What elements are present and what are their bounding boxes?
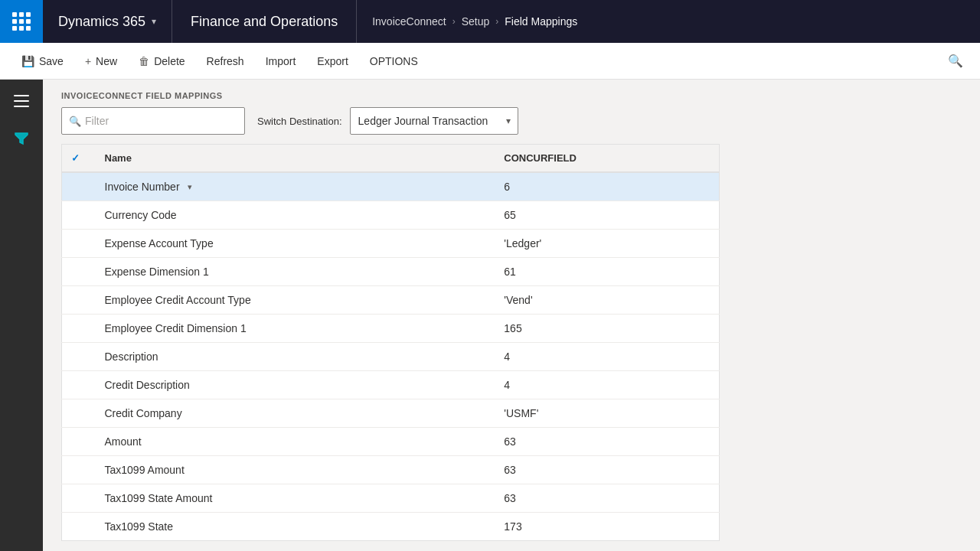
sidebar: [0, 80, 43, 551]
refresh-label: Refresh: [207, 55, 244, 67]
toolbar: 💾 Save + New 🗑 Delete Refresh Import Exp…: [0, 43, 980, 80]
row-check-cell: [62, 343, 93, 371]
search-button[interactable]: 🔍: [943, 49, 968, 73]
save-button[interactable]: 💾 Save: [12, 51, 73, 72]
row-check-cell: [62, 428, 93, 456]
row-expand-chevron-icon[interactable]: ▾: [188, 182, 192, 192]
breadcrumb: InvoiceConnect › Setup › Field Mappings: [357, 15, 593, 28]
filter-panel-button[interactable]: [6, 122, 37, 153]
filter-search-icon: 🔍: [69, 116, 81, 127]
table-row[interactable]: Credit Description4: [62, 371, 720, 399]
new-icon: +: [85, 55, 91, 67]
module-label: Finance and Operations: [172, 0, 357, 43]
row-concurfield-cell: 65: [492, 201, 719, 230]
delete-button[interactable]: 🗑 Delete: [129, 51, 194, 72]
table-row[interactable]: Currency Code65: [62, 201, 720, 230]
new-label: New: [96, 55, 117, 67]
table-row[interactable]: Tax1099 State Amount63: [62, 484, 720, 513]
row-check-cell: [62, 513, 93, 541]
d365-nav[interactable]: Dynamics 365 ▾: [43, 0, 172, 43]
row-name-cell: Expense Account Type: [93, 230, 492, 258]
table-row[interactable]: Employee Credit Account Type'Vend': [62, 286, 720, 315]
table-row[interactable]: Tax1099 Amount63: [62, 456, 720, 484]
row-name-text: Tax1099 State: [105, 520, 174, 533]
import-button[interactable]: Import: [256, 51, 305, 72]
row-name-text: Amount: [105, 435, 142, 448]
options-button[interactable]: OPTIONS: [361, 51, 427, 72]
row-name-text: Invoice Number: [105, 181, 180, 193]
table-row[interactable]: Amount63: [62, 428, 720, 456]
hamburger-button[interactable]: [6, 86, 37, 116]
switch-destination-wrap: Ledger Journal Transaction Vendor Invoic…: [350, 107, 518, 135]
table-header-row: ✓ Name CONCURFIELD: [62, 145, 720, 173]
filter-input[interactable]: [61, 107, 245, 135]
row-concurfield-cell: 63: [492, 484, 719, 513]
col-check: ✓: [62, 145, 93, 173]
table-row[interactable]: Employee Credit Dimension 1165: [62, 315, 720, 343]
row-name-cell: Description: [93, 343, 492, 371]
switch-label: Switch Destination:: [257, 116, 342, 127]
apps-button[interactable]: [0, 0, 43, 43]
row-name-text: Employee Credit Account Type: [105, 294, 251, 306]
row-name-cell: Tax1099 State: [93, 513, 492, 541]
row-concurfield-cell: 165: [492, 315, 719, 343]
breadcrumb-sep2: ›: [495, 16, 498, 27]
delete-label: Delete: [154, 55, 185, 67]
breadcrumb-item3: Field Mappings: [505, 15, 577, 28]
row-name-text: Expense Account Type: [105, 237, 214, 249]
row-check-cell: [62, 172, 93, 201]
new-button[interactable]: + New: [76, 51, 126, 72]
table-row[interactable]: Expense Dimension 161: [62, 258, 720, 286]
options-label: OPTIONS: [370, 55, 418, 67]
row-name-text: Currency Code: [105, 209, 177, 221]
top-nav: Dynamics 365 ▾ Finance and Operations In…: [0, 0, 980, 43]
switch-destination-select[interactable]: Ledger Journal Transaction Vendor Invoic…: [350, 107, 518, 135]
breadcrumb-item2[interactable]: Setup: [462, 15, 490, 28]
field-mappings-table: ✓ Name CONCURFIELD Invoice Number▾6Curre…: [61, 144, 720, 541]
table-row[interactable]: Tax1099 State173: [62, 513, 720, 541]
row-name-cell: Employee Credit Account Type: [93, 286, 492, 315]
col-concurfield: CONCURFIELD: [492, 145, 719, 173]
hamburger-line1: [14, 95, 29, 96]
breadcrumb-item1[interactable]: InvoiceConnect: [372, 15, 446, 28]
row-concurfield-cell: 6: [492, 172, 719, 201]
row-name-cell: Currency Code: [93, 201, 492, 230]
row-concurfield-cell: 63: [492, 428, 719, 456]
save-icon: 💾: [21, 55, 34, 67]
page-header: INVOICECONNECT FIELD MAPPINGS: [43, 80, 980, 107]
table-row[interactable]: Invoice Number▾6: [62, 172, 720, 201]
controls-row: 🔍 Switch Destination: Ledger Journal Tra…: [43, 107, 980, 144]
row-check-cell: [62, 456, 93, 484]
breadcrumb-sep1: ›: [452, 16, 456, 27]
table-row[interactable]: Expense Account Type'Ledger': [62, 230, 720, 258]
d365-chevron-icon: ▾: [152, 16, 156, 27]
col-name: Name: [93, 145, 492, 173]
row-name-text: Tax1099 State Amount: [105, 492, 213, 504]
table-header: ✓ Name CONCURFIELD: [62, 145, 720, 173]
row-check-cell: [62, 399, 93, 428]
export-label: Export: [317, 55, 348, 67]
main-content: INVOICECONNECT FIELD MAPPINGS 🔍 Switch D…: [43, 80, 980, 551]
row-name-cell: Credit Company: [93, 399, 492, 428]
export-button[interactable]: Export: [308, 51, 357, 72]
layout: INVOICECONNECT FIELD MAPPINGS 🔍 Switch D…: [0, 80, 980, 551]
save-label: Save: [39, 55, 64, 67]
delete-icon: 🗑: [139, 55, 149, 67]
table-row[interactable]: Description4: [62, 343, 720, 371]
filter-input-wrap: 🔍: [61, 107, 245, 135]
check-icon: ✓: [71, 152, 80, 164]
row-check-cell: [62, 230, 93, 258]
row-check-cell: [62, 484, 93, 513]
search-icon: 🔍: [948, 54, 963, 68]
row-concurfield-cell: 63: [492, 456, 719, 484]
row-name-cell: Credit Description: [93, 371, 492, 399]
table-body: Invoice Number▾6Currency Code65Expense A…: [62, 172, 720, 541]
row-name-cell: Tax1099 Amount: [93, 456, 492, 484]
row-concurfield-cell: 4: [492, 371, 719, 399]
refresh-button[interactable]: Refresh: [198, 51, 253, 72]
row-name-cell: Tax1099 State Amount: [93, 484, 492, 513]
row-name-text: Description: [105, 350, 158, 363]
row-concurfield-cell: 'Ledger': [492, 230, 719, 258]
row-check-cell: [62, 315, 93, 343]
table-row[interactable]: Credit Company'USMF': [62, 399, 720, 428]
